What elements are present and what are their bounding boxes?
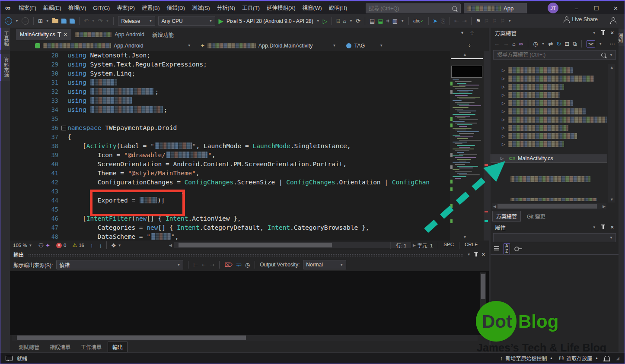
error-count[interactable]: ✕0 <box>53 243 69 248</box>
code-line[interactable]: 36namespace TWEpaymentApp.Droid <box>10 123 450 133</box>
menu-item[interactable]: 檢視(V) <box>65 2 90 15</box>
indent-increase-icon[interactable]: ⇥ <box>462 18 467 24</box>
sync-with-active-document-icon[interactable]: ⫘ <box>587 40 595 47</box>
tab-list-caret[interactable]: ▼ <box>460 31 464 35</box>
bookmark-prev-icon[interactable]: ⚐ <box>484 18 489 24</box>
class-dropdown[interactable]: ✦ App.Droid.MainActivity ▼ <box>201 43 336 49</box>
code-line[interactable]: 43 , <box>10 187 450 196</box>
search-caret[interactable]: ▼ <box>609 53 613 57</box>
property-pages-icon[interactable] <box>514 247 519 251</box>
bookmark-next-icon[interactable]: ⚐ <box>492 18 497 24</box>
filter-caret[interactable]: ▼ <box>541 42 545 46</box>
redo-icon[interactable]: ↷ <box>98 18 103 24</box>
expand-arrow-icon[interactable]: ▷ <box>502 85 508 89</box>
copilot-icon[interactable]: ⚇ <box>38 242 44 248</box>
tree-row-redacted[interactable]: ▷ <box>502 99 573 107</box>
run-icon[interactable]: ▶ <box>218 18 223 24</box>
home-caret[interactable]: ▼ <box>349 19 353 23</box>
pending-changes-filter-icon[interactable]: ◷ <box>533 41 538 47</box>
minimap-viewport[interactable] <box>451 66 482 78</box>
bookmark-caret[interactable]: ▼ <box>508 19 511 23</box>
warning-count[interactable]: ⚠16 <box>69 242 87 248</box>
pin-icon[interactable] <box>603 225 604 229</box>
feedback-person-icon[interactable] <box>610 17 616 23</box>
menu-item[interactable]: 測試(S) <box>188 2 214 15</box>
tab-app-android[interactable]: App.Android <box>71 29 148 40</box>
feedback-bubble-icon[interactable] <box>6 356 13 361</box>
menu-item[interactable]: 說明(H) <box>325 2 351 15</box>
minimap-scrollbar[interactable]: ▲ ▼ <box>450 51 484 241</box>
pin-icon[interactable] <box>475 253 477 256</box>
cleanup-caret[interactable]: ▼ <box>118 244 121 247</box>
tree-row-redacted[interactable]: ▷ <box>502 116 607 123</box>
next-message-icon[interactable]: ⇢ <box>210 262 215 268</box>
search-icon[interactable] <box>601 53 606 57</box>
pin-icon[interactable] <box>603 31 604 35</box>
properties-header[interactable]: 屬性 ▼ ✕ <box>491 222 619 232</box>
code-line[interactable]: 39 Icon = "@drawable/", <box>10 151 450 160</box>
bottom-tab-1[interactable]: 測試總管 <box>14 342 44 352</box>
bookmark-icon[interactable]: ⚑ <box>476 18 481 24</box>
undo-icon[interactable]: ↶ <box>84 18 89 24</box>
output-horizontal-scrollbar[interactable] <box>12 335 478 341</box>
code-line[interactable]: 45 <box>10 205 450 214</box>
scroll-up-icon[interactable]: ▲ <box>610 65 614 70</box>
next-issue-icon[interactable]: ↓ <box>99 243 102 248</box>
alphabetical-sort-icon[interactable]: AZ <box>504 243 510 254</box>
tab-toolbox[interactable]: 工具箱 <box>0 28 11 50</box>
scroll-down-icon[interactable]: ▼ <box>610 197 614 202</box>
scroll-left-icon[interactable]: ◀ <box>493 204 496 209</box>
hot-reload-icon[interactable]: ⟳ <box>356 18 360 24</box>
code-line[interactable]: 46 [IntentFilter(new[] { Intent.ActionVi… <box>10 214 450 223</box>
output-source-dropdown[interactable]: 偵錯▼ <box>56 260 183 269</box>
search-input[interactable] <box>366 6 452 12</box>
indent-decrease-icon[interactable]: ⇤ <box>454 18 459 24</box>
expand-arrow-icon[interactable]: ▷ <box>502 126 508 130</box>
code-line[interactable]: 48 DataScheme = "", <box>10 232 450 241</box>
menu-item[interactable]: GIT(G) <box>89 2 113 15</box>
panel-options-caret[interactable]: ▼ <box>593 225 596 229</box>
panel-drag-texture[interactable] <box>28 253 463 257</box>
tab-mainactivity[interactable]: MainActivity.cs ✕ <box>16 29 71 40</box>
close-panel-icon[interactable]: ✕ <box>610 30 614 36</box>
navigate-forward-icon[interactable]: → <box>22 17 29 25</box>
minimize-button[interactable]: – <box>567 2 586 15</box>
menu-item[interactable]: 延伸模組(X) <box>263 2 299 15</box>
properties-object-dropdown[interactable]: ▼ <box>493 233 616 242</box>
split-editor-handle[interactable]: ÷ <box>450 40 489 51</box>
categorized-icon[interactable] <box>494 246 499 251</box>
account-avatar[interactable]: JT <box>548 3 558 13</box>
panel-options-caret[interactable]: ▼ <box>467 253 471 256</box>
adb-terminal-icon[interactable]: ⌗ <box>386 18 389 24</box>
timestamp-icon[interactable]: ◷ <box>245 262 250 268</box>
code-line[interactable]: 42 ConfigurationChanges = ConfigChanges.… <box>10 178 450 187</box>
live-share-button[interactable]: Live Share <box>563 16 598 22</box>
bottom-tab-2[interactable]: 錯誤清單 <box>45 342 75 352</box>
run-target-label[interactable]: Pixel 5 - API 28 (Android 9.0 - API 28) <box>226 18 313 24</box>
paste-icon[interactable]: ⎘ <box>441 18 445 24</box>
close-tab-icon[interactable]: ✕ <box>64 32 67 38</box>
navigate-back-icon[interactable]: ← <box>5 17 12 25</box>
open-file-icon[interactable] <box>52 19 58 23</box>
solution-name-box[interactable]: App <box>464 3 527 13</box>
code-line[interactable]: 38 [Activity(Label = "", LaunchMode = La… <box>10 142 450 151</box>
tree-row-redacted[interactable]: ▷ <box>502 83 564 91</box>
clear-all-icon[interactable]: ⌦ <box>224 262 232 268</box>
expand-arrow-icon[interactable]: ▷ <box>502 101 508 105</box>
tree-row-redacted[interactable]: ▷ <box>502 124 568 132</box>
scroll-down-icon[interactable]: ▼ <box>463 235 467 239</box>
output-panel-header[interactable]: 輸出 ▼ ✕ <box>10 250 489 259</box>
menu-item[interactable]: 工具(T) <box>239 2 263 15</box>
menu-item[interactable]: 檔案(F) <box>15 2 40 15</box>
attach-pointer-icon[interactable]: ➤ <box>433 18 438 24</box>
tree-row-redacted[interactable] <box>510 175 590 183</box>
save-all-icon[interactable] <box>70 19 75 24</box>
switch-views-vs-icon[interactable]: ∞ <box>519 41 523 47</box>
expand-arrow-icon[interactable]: ▷ <box>502 68 508 73</box>
expand-arrow-icon[interactable]: ▷ <box>502 76 508 81</box>
configuration-dropdown[interactable]: Release▼ <box>118 16 155 26</box>
se-search-input[interactable] <box>496 51 601 58</box>
select-repository-button[interactable]: ⛁ 選取存放庫 ▲ <box>559 355 598 362</box>
android-device-manager-icon[interactable]: ⬓ <box>378 18 383 24</box>
solution-tree[interactable]: ▷▷▷▷▷▷▷▷▷▷▷▷▷▷ <box>491 62 607 201</box>
